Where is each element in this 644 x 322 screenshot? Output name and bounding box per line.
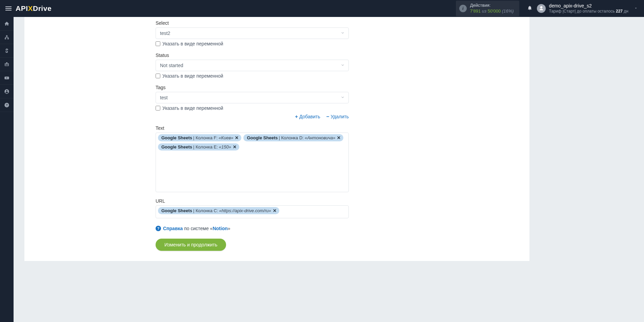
chip-col: | Колонка E: <box>193 144 218 149</box>
actions-of: из <box>482 8 486 14</box>
svg-point-2 <box>6 90 7 92</box>
plus-icon: + <box>295 114 298 119</box>
chip-val: «150» <box>219 144 231 149</box>
tariff-mid: | до оплаты осталось <box>575 9 616 14</box>
help-text: Справка по системе «Notion» <box>163 226 230 231</box>
user-name: demo_apix-drive_s2 <box>549 3 628 9</box>
field-status: Status Not started Указать в виде переме… <box>156 53 349 79</box>
field-label-status: Status <box>156 53 349 58</box>
page-content: Select test2 Указать в виде переменной S… <box>14 17 644 322</box>
help-link-row: ? Справка по системе «Notion» <box>156 226 349 231</box>
actions-max: 50'000 <box>488 8 501 14</box>
tags-actions: +Добавить −Удалить <box>156 114 349 119</box>
checkbox-label: Указать в виде переменной <box>162 105 223 111</box>
tags-value: test <box>160 95 168 100</box>
chip-src: Google Sheets <box>161 144 192 149</box>
chip-src: Google Sheets <box>161 208 192 213</box>
close-icon[interactable]: ✕ <box>337 135 341 140</box>
chip-val: «Киев» <box>219 135 233 140</box>
sidebar-item-briefcase[interactable] <box>0 58 14 71</box>
chip-val: «https://apix-drive.com/ru» <box>219 208 271 213</box>
remove-label: Удалить <box>331 114 349 119</box>
checkbox-variable-status[interactable]: Указать в виде переменной <box>156 73 349 79</box>
user-block[interactable]: demo_apix-drive_s2 Тариф |Старт| до опла… <box>549 3 628 14</box>
question-icon: ? <box>156 226 161 231</box>
sidebar-item-connections[interactable] <box>0 31 14 44</box>
status-dropdown[interactable]: Not started <box>156 60 349 71</box>
logo-part-api: API <box>16 4 28 12</box>
sidebar-item-help[interactable]: ? <box>0 98 14 112</box>
field-select: Select test2 Указать в виде переменной <box>156 20 349 46</box>
checkbox-input[interactable] <box>156 41 160 46</box>
chip-col: | Колонка D: <box>279 135 303 140</box>
actions-label: Действия: <box>470 3 514 8</box>
chevron-down-icon[interactable] <box>628 6 640 11</box>
user-tariff: Тариф |Старт| до оплаты осталось 227 дн <box>549 9 628 14</box>
sidebar-item-user[interactable] <box>0 85 14 98</box>
sidebar-item-billing[interactable] <box>0 44 14 58</box>
actions-pct: (16%) <box>502 8 514 14</box>
field-label-text: Text <box>156 125 349 131</box>
help-post: » <box>228 226 230 231</box>
close-icon[interactable]: ✕ <box>273 208 277 213</box>
field-label-tags: Tags <box>156 85 349 90</box>
sidebar: ? <box>0 17 14 322</box>
help-mid: по системе « <box>184 226 213 231</box>
chip-text-1[interactable]: Google Sheets | Колонка D: «Антоновича» … <box>243 134 343 141</box>
remove-tag-link[interactable]: −Удалить <box>326 114 349 119</box>
text-chips-input[interactable]: Google Sheets | Колонка F: «Киев» ✕ Goog… <box>156 133 349 192</box>
avatar[interactable] <box>537 4 546 13</box>
chip-col: | Колонка F: <box>193 135 218 140</box>
chip-text-0[interactable]: Google Sheets | Колонка F: «Киев» ✕ <box>158 134 241 141</box>
logo[interactable]: APIXDrive <box>16 4 52 13</box>
checkbox-label: Указать в виде переменной <box>162 73 223 79</box>
chip-val: «Антоновича» <box>305 135 336 140</box>
logo-part-drive: Drive <box>33 4 52 12</box>
select-value: test2 <box>160 31 170 36</box>
tariff-days-suffix: дн <box>623 9 628 14</box>
status-value: Not started <box>160 63 183 68</box>
minus-icon: − <box>326 114 329 119</box>
actions-text: Действия: 7'891 из 50'000 (16%) <box>470 3 514 14</box>
close-icon[interactable]: ✕ <box>235 135 239 140</box>
chip-src: Google Sheets <box>161 135 192 140</box>
checkbox-variable-tags[interactable]: Указать в виде переменной <box>156 105 349 111</box>
field-tags: Tags test Указать в виде переменной +Доб… <box>156 85 349 119</box>
sidebar-item-video[interactable] <box>0 71 14 85</box>
tariff-days: 227 <box>616 9 623 14</box>
sidebar-item-home[interactable] <box>0 17 14 31</box>
hamburger-menu-icon[interactable] <box>4 5 13 12</box>
info-icon: i <box>459 5 467 12</box>
bell-icon[interactable] <box>524 5 536 12</box>
actions-count: 7'891 <box>470 8 481 14</box>
checkbox-input[interactable] <box>156 106 160 110</box>
actions-badge[interactable]: i Действия: 7'891 из 50'000 (16%) <box>456 1 519 16</box>
checkbox-variable-select[interactable]: Указать в виде переменной <box>156 41 349 46</box>
actions-numbers: 7'891 из 50'000 (16%) <box>470 8 514 14</box>
logo-part-x: X <box>28 4 33 12</box>
svg-text:?: ? <box>6 103 8 107</box>
url-chips-input[interactable]: Google Sheets | Колонка C: «https://apix… <box>156 205 349 218</box>
chip-text-2[interactable]: Google Sheets | Колонка E: «150» ✕ <box>158 143 239 150</box>
tariff-name: Старт <box>564 9 575 14</box>
select-dropdown[interactable]: test2 <box>156 27 349 39</box>
help-link[interactable]: Справка <box>163 226 183 231</box>
checkbox-label: Указать в виде переменной <box>162 41 223 46</box>
app-header: APIXDrive i Действия: 7'891 из 50'000 (1… <box>0 0 644 17</box>
checkbox-input[interactable] <box>156 74 160 78</box>
field-label-url: URL <box>156 198 349 204</box>
close-icon[interactable]: ✕ <box>233 144 237 149</box>
submit-button[interactable]: Изменить и продолжить <box>156 239 226 251</box>
chip-col: | Колонка C: <box>193 208 218 213</box>
field-text: Text Google Sheets | Колонка F: «Киев» ✕… <box>156 125 349 192</box>
form-panel: Select test2 Указать в виде переменной S… <box>24 17 529 261</box>
chip-src: Google Sheets <box>247 135 278 140</box>
help-system-link[interactable]: Notion <box>213 226 227 231</box>
add-label: Добавить <box>299 114 320 119</box>
tags-dropdown[interactable]: test <box>156 92 349 103</box>
add-tag-link[interactable]: +Добавить <box>295 114 320 119</box>
field-label-select: Select <box>156 20 349 26</box>
chip-url-0[interactable]: Google Sheets | Колонка C: «https://apix… <box>158 207 279 214</box>
tariff-prefix: Тариф | <box>549 9 564 14</box>
field-url: URL Google Sheets | Колонка C: «https://… <box>156 198 349 218</box>
